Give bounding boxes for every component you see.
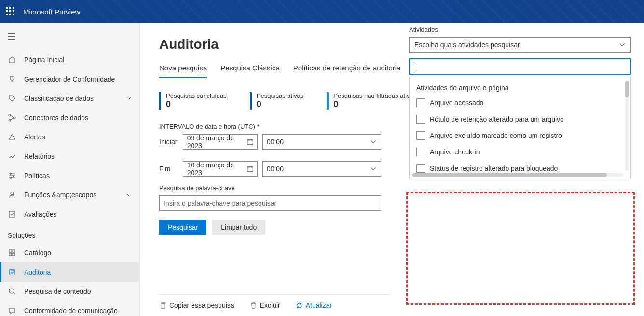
- sidebar-item-reports[interactable]: Relatórios: [0, 147, 139, 166]
- sidebar-section-solutions: Soluções: [0, 224, 139, 243]
- comm-icon: [8, 306, 16, 315]
- sidebar-item-alerts[interactable]: Alertas: [0, 127, 139, 147]
- svg-rect-12: [13, 250, 15, 252]
- text-cursor: [414, 62, 414, 71]
- start-time-value: 00:00: [267, 138, 284, 146]
- horizontal-scrollbar[interactable]: [412, 173, 624, 177]
- activities-group-header: Atividades de arquivo e página: [410, 81, 630, 95]
- checkbox[interactable]: [416, 131, 425, 140]
- sidebar-item-assess[interactable]: Avaliações: [0, 205, 139, 224]
- tab-new-search[interactable]: Nova pesquisa: [159, 64, 207, 78]
- stat-completed: Pesquisas concluídas 0: [159, 92, 227, 110]
- activities-placeholder: Escolha quais atividades pesquisar: [414, 41, 520, 49]
- checkbox[interactable]: [416, 148, 425, 156]
- audit-icon: [8, 268, 16, 276]
- tab-retention-policies[interactable]: Políticas de retenção de auditoria: [293, 64, 401, 78]
- keyword-input[interactable]: Insira o palavra-chave para pesquisar: [159, 195, 381, 211]
- trophy-icon: [8, 75, 16, 83]
- brand-name: Microsoft Purview: [23, 8, 80, 16]
- hamburger-button[interactable]: [0, 27, 23, 46]
- refresh-icon: [296, 302, 303, 309]
- refresh-button[interactable]: Atualizar: [296, 302, 339, 309]
- activity-option-label: Status de registro alterado para bloquea…: [430, 165, 558, 172]
- sidebar: Página Inicial Gerenciador de Conformida…: [0, 23, 140, 316]
- sidebar-item-catalog[interactable]: Catálogo: [0, 243, 139, 262]
- stat-active: Pesquisas ativas 0: [250, 92, 304, 110]
- catalog-icon: [8, 248, 16, 257]
- svg-rect-18: [247, 166, 253, 171]
- start-label: Iniciar: [159, 138, 178, 146]
- keyword-label: Pesquisa de palavra-chave: [159, 184, 381, 192]
- activity-option[interactable]: Arquivo excluído marcado como um registr…: [410, 127, 630, 144]
- activity-option[interactable]: Arquivo check-in: [410, 144, 630, 160]
- activity-option[interactable]: Rótulo de retenção alterado para um arqu…: [410, 111, 630, 127]
- end-time-value: 00:00: [267, 165, 284, 173]
- checkbox[interactable]: [416, 115, 425, 124]
- activity-option-label: Arquivo check-in: [430, 148, 480, 156]
- vertical-scrollbar[interactable]: [625, 80, 629, 171]
- svg-rect-17: [247, 139, 253, 144]
- sidebar-item-data-conn[interactable]: Conectores de dados: [0, 108, 139, 127]
- svg-rect-19: [161, 303, 165, 308]
- sidebar-item-data-class[interactable]: Classificação de dados: [0, 89, 139, 108]
- activity-option-label: Arquivo acessado: [430, 99, 483, 107]
- start-date-input[interactable]: 09 de março de 2023: [183, 134, 258, 150]
- sidebar-item-audit[interactable]: Auditoria: [0, 262, 139, 282]
- sidebar-item-home[interactable]: Página Inicial: [0, 50, 139, 69]
- end-time-input[interactable]: 00:00: [262, 161, 381, 177]
- search-icon: [8, 287, 16, 296]
- clear-button[interactable]: Limpar tudo: [212, 220, 265, 235]
- activities-select[interactable]: Escolha quais atividades pesquisar: [409, 37, 631, 53]
- trash-icon: [250, 302, 257, 309]
- start-time-input[interactable]: 00:00: [262, 134, 381, 150]
- sidebar-item-roles[interactable]: Funções &amp;escopos: [0, 185, 139, 205]
- svg-rect-14: [13, 253, 15, 256]
- copy-search-button[interactable]: Copiar essa pesquisa: [159, 302, 241, 309]
- date-range-label: INTERVALO de data e hora (UTC) *: [159, 123, 381, 130]
- sidebar-item-label: Pesquisa de conteúdo: [24, 288, 132, 295]
- checkbox[interactable]: [416, 98, 425, 107]
- home-icon: [8, 55, 16, 64]
- tab-classic-search[interactable]: Pesquisa Clássica: [220, 64, 280, 78]
- sidebar-item-policies[interactable]: Políticas: [0, 166, 139, 185]
- search-button[interactable]: Pesquisar: [159, 220, 206, 235]
- tag-icon: [8, 94, 16, 103]
- activities-panel: Atividades Escolha quais atividades pesq…: [409, 26, 631, 179]
- chevron-down-icon: [370, 165, 377, 172]
- sidebar-item-compliance-mgr[interactable]: Gerenciador de Conformidade: [0, 69, 139, 89]
- stat-value: 0: [333, 99, 416, 110]
- stat-value: 0: [166, 99, 227, 110]
- sidebar-item-comm-compliance[interactable]: Conformidade de comunicação: [0, 301, 139, 316]
- svg-rect-11: [9, 250, 12, 252]
- activities-search-input[interactable]: [409, 58, 631, 75]
- sidebar-item-label: Avaliações: [24, 210, 132, 218]
- calendar-icon: [247, 138, 253, 145]
- sidebar-item-content-search[interactable]: Pesquisa de conteúdo: [0, 282, 139, 301]
- activities-dropdown: Atividades de arquivo e página Arquivo a…: [409, 77, 631, 179]
- sidebar-item-label: Funções &amp;escopos: [24, 191, 126, 199]
- end-date-input[interactable]: 10 de março de 2023: [183, 161, 258, 177]
- stat-label: Pesquisas concluídas: [166, 92, 227, 99]
- stat-value: 0: [257, 99, 304, 110]
- stat-label: Pesquisas ativas: [257, 92, 304, 99]
- chevron-down-icon: [619, 41, 626, 48]
- alert-icon: [8, 133, 16, 141]
- delete-button[interactable]: Excluir: [250, 302, 287, 309]
- sidebar-item-label: Relatórios: [24, 152, 132, 160]
- svg-point-4: [14, 117, 15, 119]
- svg-rect-10: [9, 211, 15, 217]
- sidebar-item-label: Políticas: [24, 172, 132, 179]
- svg-point-9: [11, 192, 14, 195]
- end-label: Fim: [159, 165, 178, 173]
- connector-icon: [8, 113, 16, 122]
- chevron-down-icon: [126, 192, 132, 198]
- activity-option[interactable]: Arquivo acessado: [410, 95, 630, 111]
- roles-icon: [8, 191, 16, 199]
- app-launcher-icon[interactable]: [6, 7, 15, 16]
- checkbox[interactable]: [416, 164, 425, 173]
- sidebar-item-label: Gerenciador de Conformidade: [24, 75, 132, 83]
- app-header: Microsoft Purview: [0, 0, 644, 23]
- svg-rect-13: [9, 253, 12, 256]
- keyword-placeholder: Insira o palavra-chave para pesquisar: [164, 199, 276, 207]
- svg-point-3: [9, 114, 11, 116]
